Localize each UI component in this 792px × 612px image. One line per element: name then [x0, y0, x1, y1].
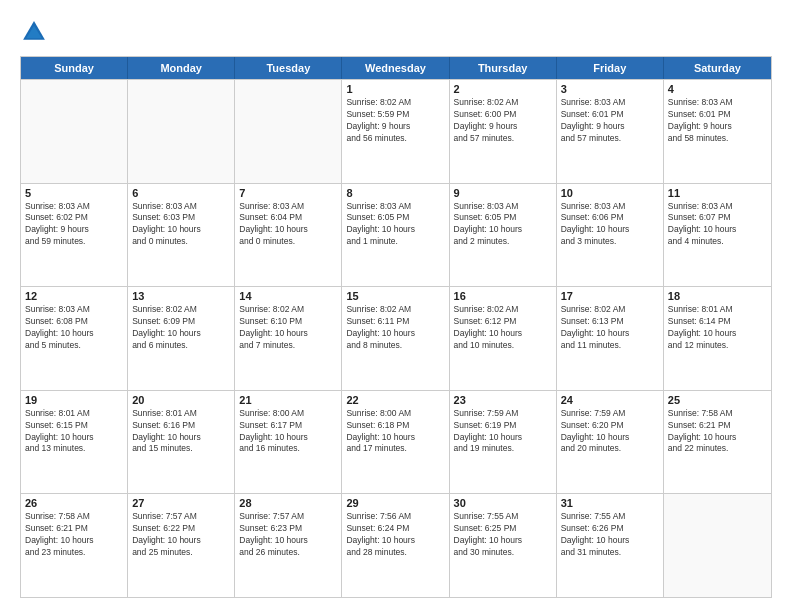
day-number: 1 [346, 83, 444, 95]
calendar-cell: 23Sunrise: 7:59 AMSunset: 6:19 PMDayligh… [450, 391, 557, 494]
day-info: Sunrise: 8:03 AMSunset: 6:01 PMDaylight:… [668, 97, 767, 145]
calendar-cell: 15Sunrise: 8:02 AMSunset: 6:11 PMDayligh… [342, 287, 449, 390]
calendar-cell: 1Sunrise: 8:02 AMSunset: 5:59 PMDaylight… [342, 80, 449, 183]
day-number: 25 [668, 394, 767, 406]
page: SundayMondayTuesdayWednesdayThursdayFrid… [0, 0, 792, 612]
calendar-cell: 13Sunrise: 8:02 AMSunset: 6:09 PMDayligh… [128, 287, 235, 390]
day-number: 10 [561, 187, 659, 199]
calendar-cell: 20Sunrise: 8:01 AMSunset: 6:16 PMDayligh… [128, 391, 235, 494]
day-info: Sunrise: 7:55 AMSunset: 6:26 PMDaylight:… [561, 511, 659, 559]
calendar-cell: 28Sunrise: 7:57 AMSunset: 6:23 PMDayligh… [235, 494, 342, 597]
header [20, 18, 772, 46]
day-info: Sunrise: 7:59 AMSunset: 6:20 PMDaylight:… [561, 408, 659, 456]
calendar-cell: 22Sunrise: 8:00 AMSunset: 6:18 PMDayligh… [342, 391, 449, 494]
header-day-wednesday: Wednesday [342, 57, 449, 79]
day-info: Sunrise: 8:02 AMSunset: 6:00 PMDaylight:… [454, 97, 552, 145]
day-number: 31 [561, 497, 659, 509]
day-number: 12 [25, 290, 123, 302]
calendar: SundayMondayTuesdayWednesdayThursdayFrid… [20, 56, 772, 598]
day-info: Sunrise: 7:57 AMSunset: 6:23 PMDaylight:… [239, 511, 337, 559]
calendar-week-4: 19Sunrise: 8:01 AMSunset: 6:15 PMDayligh… [21, 390, 771, 494]
day-info: Sunrise: 7:58 AMSunset: 6:21 PMDaylight:… [25, 511, 123, 559]
day-number: 30 [454, 497, 552, 509]
day-number: 23 [454, 394, 552, 406]
calendar-cell: 10Sunrise: 8:03 AMSunset: 6:06 PMDayligh… [557, 184, 664, 287]
day-info: Sunrise: 8:01 AMSunset: 6:14 PMDaylight:… [668, 304, 767, 352]
calendar-cell: 9Sunrise: 8:03 AMSunset: 6:05 PMDaylight… [450, 184, 557, 287]
calendar-week-1: 1Sunrise: 8:02 AMSunset: 5:59 PMDaylight… [21, 79, 771, 183]
calendar-cell: 2Sunrise: 8:02 AMSunset: 6:00 PMDaylight… [450, 80, 557, 183]
day-info: Sunrise: 8:03 AMSunset: 6:07 PMDaylight:… [668, 201, 767, 249]
calendar-body: 1Sunrise: 8:02 AMSunset: 5:59 PMDaylight… [21, 79, 771, 597]
calendar-cell: 24Sunrise: 7:59 AMSunset: 6:20 PMDayligh… [557, 391, 664, 494]
calendar-cell: 7Sunrise: 8:03 AMSunset: 6:04 PMDaylight… [235, 184, 342, 287]
day-number: 7 [239, 187, 337, 199]
day-number: 29 [346, 497, 444, 509]
day-number: 21 [239, 394, 337, 406]
header-day-saturday: Saturday [664, 57, 771, 79]
day-number: 11 [668, 187, 767, 199]
day-number: 24 [561, 394, 659, 406]
day-number: 3 [561, 83, 659, 95]
logo [20, 18, 52, 46]
calendar-cell: 5Sunrise: 8:03 AMSunset: 6:02 PMDaylight… [21, 184, 128, 287]
day-info: Sunrise: 7:56 AMSunset: 6:24 PMDaylight:… [346, 511, 444, 559]
day-number: 5 [25, 187, 123, 199]
day-info: Sunrise: 7:55 AMSunset: 6:25 PMDaylight:… [454, 511, 552, 559]
day-number: 20 [132, 394, 230, 406]
day-number: 8 [346, 187, 444, 199]
day-info: Sunrise: 8:00 AMSunset: 6:17 PMDaylight:… [239, 408, 337, 456]
day-number: 13 [132, 290, 230, 302]
calendar-cell: 30Sunrise: 7:55 AMSunset: 6:25 PMDayligh… [450, 494, 557, 597]
day-number: 16 [454, 290, 552, 302]
day-info: Sunrise: 8:02 AMSunset: 6:10 PMDaylight:… [239, 304, 337, 352]
day-info: Sunrise: 8:02 AMSunset: 6:09 PMDaylight:… [132, 304, 230, 352]
calendar-cell: 19Sunrise: 8:01 AMSunset: 6:15 PMDayligh… [21, 391, 128, 494]
calendar-week-5: 26Sunrise: 7:58 AMSunset: 6:21 PMDayligh… [21, 493, 771, 597]
calendar-cell: 12Sunrise: 8:03 AMSunset: 6:08 PMDayligh… [21, 287, 128, 390]
header-day-sunday: Sunday [21, 57, 128, 79]
calendar-week-2: 5Sunrise: 8:03 AMSunset: 6:02 PMDaylight… [21, 183, 771, 287]
day-number: 28 [239, 497, 337, 509]
day-info: Sunrise: 7:59 AMSunset: 6:19 PMDaylight:… [454, 408, 552, 456]
day-number: 4 [668, 83, 767, 95]
header-day-monday: Monday [128, 57, 235, 79]
header-day-tuesday: Tuesday [235, 57, 342, 79]
calendar-cell: 3Sunrise: 8:03 AMSunset: 6:01 PMDaylight… [557, 80, 664, 183]
day-number: 26 [25, 497, 123, 509]
day-number: 2 [454, 83, 552, 95]
day-info: Sunrise: 8:03 AMSunset: 6:08 PMDaylight:… [25, 304, 123, 352]
day-info: Sunrise: 7:58 AMSunset: 6:21 PMDaylight:… [668, 408, 767, 456]
calendar-cell [235, 80, 342, 183]
calendar-cell: 29Sunrise: 7:56 AMSunset: 6:24 PMDayligh… [342, 494, 449, 597]
day-info: Sunrise: 8:03 AMSunset: 6:01 PMDaylight:… [561, 97, 659, 145]
day-number: 22 [346, 394, 444, 406]
day-number: 9 [454, 187, 552, 199]
day-info: Sunrise: 8:03 AMSunset: 6:05 PMDaylight:… [454, 201, 552, 249]
day-info: Sunrise: 8:01 AMSunset: 6:15 PMDaylight:… [25, 408, 123, 456]
day-number: 14 [239, 290, 337, 302]
calendar-cell: 27Sunrise: 7:57 AMSunset: 6:22 PMDayligh… [128, 494, 235, 597]
calendar-cell: 11Sunrise: 8:03 AMSunset: 6:07 PMDayligh… [664, 184, 771, 287]
calendar-cell: 18Sunrise: 8:01 AMSunset: 6:14 PMDayligh… [664, 287, 771, 390]
day-number: 19 [25, 394, 123, 406]
calendar-week-3: 12Sunrise: 8:03 AMSunset: 6:08 PMDayligh… [21, 286, 771, 390]
day-info: Sunrise: 8:03 AMSunset: 6:02 PMDaylight:… [25, 201, 123, 249]
day-info: Sunrise: 8:02 AMSunset: 5:59 PMDaylight:… [346, 97, 444, 145]
day-info: Sunrise: 8:03 AMSunset: 6:06 PMDaylight:… [561, 201, 659, 249]
day-info: Sunrise: 8:03 AMSunset: 6:05 PMDaylight:… [346, 201, 444, 249]
calendar-cell: 26Sunrise: 7:58 AMSunset: 6:21 PMDayligh… [21, 494, 128, 597]
calendar-cell: 4Sunrise: 8:03 AMSunset: 6:01 PMDaylight… [664, 80, 771, 183]
day-number: 17 [561, 290, 659, 302]
logo-icon [20, 18, 48, 46]
day-info: Sunrise: 8:03 AMSunset: 6:04 PMDaylight:… [239, 201, 337, 249]
calendar-cell: 14Sunrise: 8:02 AMSunset: 6:10 PMDayligh… [235, 287, 342, 390]
day-number: 27 [132, 497, 230, 509]
calendar-cell [21, 80, 128, 183]
calendar-cell: 6Sunrise: 8:03 AMSunset: 6:03 PMDaylight… [128, 184, 235, 287]
day-number: 18 [668, 290, 767, 302]
calendar-cell: 17Sunrise: 8:02 AMSunset: 6:13 PMDayligh… [557, 287, 664, 390]
header-day-friday: Friday [557, 57, 664, 79]
day-info: Sunrise: 8:00 AMSunset: 6:18 PMDaylight:… [346, 408, 444, 456]
day-number: 15 [346, 290, 444, 302]
